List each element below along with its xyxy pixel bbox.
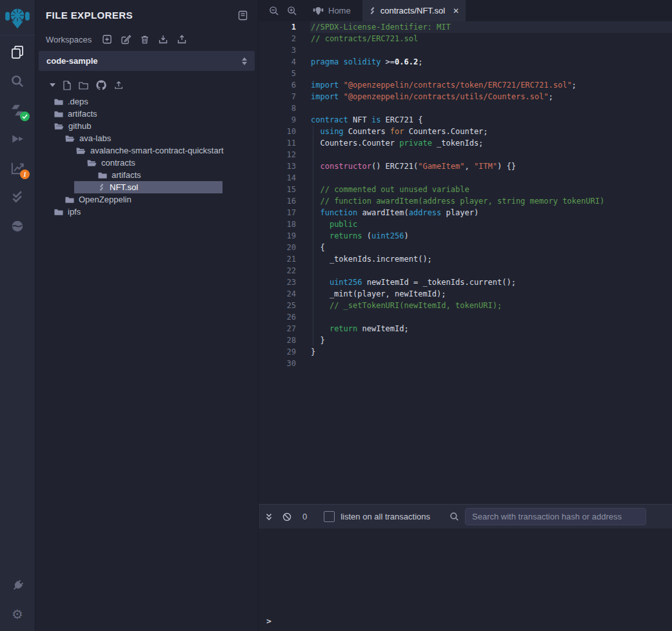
code-line-20: { [310,242,672,253]
line-number: 10 [259,126,296,137]
file-explorer-icon[interactable] [8,43,26,61]
solidity-compiler-icon[interactable] [8,101,26,119]
folder-icon [54,110,63,118]
terminal-prompt: > [266,616,272,626]
solidity-file-icon [369,6,376,15]
tree-item-label: NFT.sol [110,182,138,192]
code-line-17: function awardItem(address player) [310,207,672,218]
tree-toolbar [50,79,258,91]
expand-terminal-icon[interactable] [265,513,273,521]
line-number: 3 [259,44,296,56]
search-icon[interactable] [8,72,26,90]
folder-open-icon [54,122,64,130]
code-line-14 [310,172,672,184]
indent-guide [313,126,313,346]
tree-item-nft-sol[interactable]: NFT.sol [35,181,258,193]
tree-item--deps[interactable]: .deps [35,95,258,108]
deploy-and-run-icon[interactable] [8,130,26,148]
download-workspace-icon[interactable] [158,34,168,44]
remix-logo [0,0,35,35]
analytics-icon[interactable]: 1 [8,159,26,177]
code-editor[interactable]: 1234567891011121314151617181920212223242… [259,21,672,504]
line-number: 24 [259,288,296,300]
tree-item-github[interactable]: github [35,120,258,132]
line-number: 5 [259,68,296,79]
new-file-icon[interactable] [63,81,71,90]
code-line-5 [310,68,672,79]
folder-open-icon [65,135,75,142]
sourcify-icon[interactable] [8,217,26,235]
workspace-select[interactable]: code-sample [39,51,255,71]
main-area: Home contracts/NFT.sol ✕ 123456789101112… [258,0,672,631]
github-gist-icon[interactable] [96,80,106,90]
tree-item-label: .deps [68,97,88,106]
line-number: 8 [259,102,296,114]
close-tab-icon[interactable]: ✕ [453,6,459,15]
rail-bottom-icons: ⚙ [8,577,26,631]
code-line-16: // function awardItem(address player, st… [310,195,672,207]
line-number: 4 [259,56,296,68]
panel-title: FILE EXPLORERS [46,10,133,21]
icon-rail: 1 [0,0,35,631]
rename-workspace-icon[interactable] [121,34,132,44]
code-line-28: } [310,335,672,346]
code-line-23: uint256 newItemId = _tokenIds.current(); [310,277,672,288]
tab-home[interactable]: Home [306,0,357,21]
tree-item-label: ipfs [68,207,81,217]
tab-nft-sol[interactable]: contracts/NFT.sol ✕ [362,0,466,21]
create-workspace-icon[interactable] [102,34,112,44]
code-line-15: // commented out unused variable [310,184,672,195]
restore-workspace-icon[interactable] [177,34,187,44]
listen-transactions-label: listen on all transactions [341,512,430,521]
terminal: 0 listen on all transactions > [259,504,672,631]
pending-tx-count: 0 [302,512,307,521]
remix-logo-icon [5,5,30,30]
tree-item-ava-labs[interactable]: ava-labs [35,132,258,144]
line-number: 22 [259,265,296,277]
tree-item-artifacts[interactable]: artifacts [35,169,258,181]
line-number: 20 [259,242,296,253]
line-number: 15 [259,184,296,195]
code-line-4: pragma solidity >=0.6.2; [310,56,672,68]
clear-console-icon[interactable] [282,512,292,521]
tree-item-label: avalanche-smart-contract-quickstart [90,146,224,155]
collapse-tree-icon[interactable] [50,83,55,87]
unit-testing-icon[interactable] [8,188,26,206]
file-explorer-panel: FILE EXPLORERS Workspaces [35,0,258,631]
zoom-out-icon[interactable] [269,6,279,16]
delete-workspace-icon[interactable] [140,34,150,44]
tree-item-contracts[interactable]: contracts [35,157,258,169]
panel-header: FILE EXPLORERS [35,0,258,21]
line-number: 25 [259,300,296,311]
line-number: 2 [259,33,296,44]
code-line-19: returns (uint256) [310,230,672,242]
listen-transactions-checkbox[interactable] [324,511,335,522]
workspaces-label: Workspaces [46,35,92,44]
line-number: 7 [259,91,296,102]
new-folder-icon[interactable] [79,81,88,90]
folder-icon [54,208,63,216]
code-line-6: import "@openzeppelin/contracts/token/ER… [310,79,672,91]
tree-item-avalanche-smart-contract-quickstart[interactable]: avalanche-smart-contract-quickstart [35,144,258,157]
panel-menu-icon[interactable] [238,10,248,21]
tree-item-ipfs[interactable]: ipfs [35,206,258,218]
zoom-in-icon[interactable] [287,6,297,16]
line-number: 29 [259,346,296,358]
terminal-search-icon [450,512,459,521]
solidity-file-icon [98,183,105,191]
settings-icon[interactable]: ⚙ [8,605,26,623]
editor-tabbar: Home contracts/NFT.sol ✕ [259,0,672,21]
line-number: 11 [259,137,296,149]
terminal-output[interactable]: > [259,529,672,631]
terminal-search-input[interactable] [465,508,646,525]
code-content[interactable]: //SPDX-License-Identifier: MIT// contrac… [310,21,672,504]
code-line-11: Counters.Counter private _tokenIds; [310,137,672,149]
tree-item-openzeppelin[interactable]: OpenZeppelin [35,193,258,206]
tree-item-artifacts[interactable]: artifacts [35,108,258,120]
plugin-manager-icon[interactable] [8,577,26,595]
line-number-gutter: 1234567891011121314151617181920212223242… [259,21,310,504]
upload-file-icon[interactable] [114,81,123,90]
code-line-1: //SPDX-License-Identifier: MIT [310,21,672,33]
folder-icon [65,196,74,204]
folder-open-icon [76,147,86,155]
